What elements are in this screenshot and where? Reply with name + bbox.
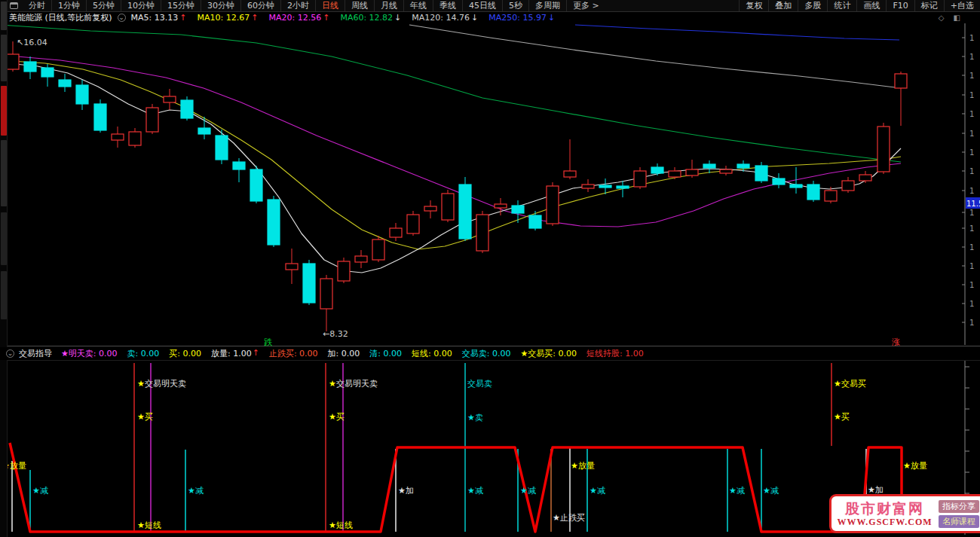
menu-item-45日线[interactable]: 45日线 bbox=[462, 0, 502, 11]
axis-tick-label: 1 bbox=[969, 91, 974, 99]
menu-item-多周期[interactable]: 多周期 bbox=[528, 0, 566, 11]
ma-value-MA250: MA250: 15.97↓ bbox=[488, 13, 555, 23]
ma-value-MA5: MA5: 13.13↑ bbox=[131, 13, 187, 23]
chevron-down-icon[interactable]: ⌄ bbox=[6, 349, 14, 358]
menu-item-30分钟[interactable]: 30分钟 bbox=[201, 0, 240, 11]
axis-tick-label: 1 bbox=[969, 300, 974, 308]
menu-item-1分钟[interactable]: 1分钟 bbox=[51, 0, 86, 11]
panel-layout-icon[interactable]: ◧ bbox=[954, 14, 960, 22]
candle-body bbox=[617, 186, 629, 188]
ma-line-MA250 bbox=[575, 25, 899, 40]
candle-body bbox=[442, 194, 454, 220]
candle-body bbox=[24, 62, 36, 72]
trading-app-window: ↖16.04←8.32跌涨111111111111111111.5★放量★减★交… bbox=[0, 0, 980, 537]
menu-item-日线[interactable]: 日线 bbox=[315, 0, 345, 11]
watermark-url: WWW.GSCFW.COM bbox=[836, 517, 933, 527]
axis-tick-label: 1 bbox=[969, 262, 974, 270]
menu-item-更多 >[interactable]: 更多 > bbox=[566, 0, 605, 11]
axis-tick-label: 1 bbox=[969, 243, 974, 252]
candle-body bbox=[372, 240, 384, 260]
candle-body bbox=[164, 96, 176, 102]
menu-item-5秒[interactable]: 5秒 bbox=[502, 0, 528, 11]
menu-action-叠加[interactable]: 叠加 bbox=[768, 0, 798, 11]
indicator-field: 交易卖: 0.00 bbox=[462, 348, 511, 359]
menu-item-60分钟[interactable]: 60分钟 bbox=[240, 0, 280, 11]
price-axis: 111111111111111111.5 bbox=[962, 23, 980, 345]
signal-label: ★交易买 bbox=[834, 379, 866, 389]
signal-label: 交易卖 bbox=[467, 379, 492, 389]
signal-label: ★减 bbox=[188, 486, 204, 496]
indicator-field: 放量: 1.00↑ bbox=[211, 348, 259, 359]
menu-action-+自选[interactable]: +自选 bbox=[944, 0, 980, 11]
candle-body bbox=[112, 134, 124, 140]
menu-item-年线[interactable]: 年线 bbox=[403, 0, 433, 11]
symbol-title: 美能能源 (日线,等比前复权) bbox=[9, 12, 112, 23]
ma-value-MA10: MA10: 12.67↑ bbox=[198, 13, 259, 23]
signal-label: ★减 bbox=[467, 486, 483, 496]
signal-label: ★卖 bbox=[467, 413, 483, 423]
candle-body bbox=[651, 167, 663, 173]
candle-body bbox=[146, 108, 158, 132]
axis-tick-label: 1 bbox=[969, 187, 974, 195]
signal-label: ★交易明天卖 bbox=[137, 379, 186, 389]
candle-body bbox=[686, 169, 698, 175]
candle-body bbox=[129, 132, 141, 145]
high-price-label: ↖16.04 bbox=[17, 38, 47, 47]
low-price-label: ←8.32 bbox=[323, 329, 348, 339]
ma-value-MA120: MA120: 14.76↓ bbox=[412, 13, 478, 23]
indicator-title[interactable]: 交易指导 bbox=[19, 348, 52, 359]
axis-tick-label: 1 bbox=[969, 34, 974, 42]
signal-label: ★买 bbox=[329, 412, 345, 422]
axis-tick-label: 1 bbox=[969, 130, 974, 138]
menu-action-画线[interactable]: 画线 bbox=[856, 0, 886, 11]
menu-item-2小时[interactable]: 2小时 bbox=[280, 0, 315, 11]
menu-action-多股[interactable]: 多股 bbox=[798, 0, 827, 11]
menu-item-周线[interactable]: 周线 bbox=[345, 0, 374, 11]
watermark: 股市财富网 WWW.GSCFW.COM 指标分享 名师课程 bbox=[829, 494, 980, 533]
menu-item-月线[interactable]: 月线 bbox=[374, 0, 403, 11]
menu-action-复权[interactable]: 复权 bbox=[739, 0, 768, 11]
axis-tick-label: 1 bbox=[969, 110, 974, 118]
ma-lines bbox=[0, 25, 901, 273]
candle-body bbox=[790, 185, 802, 188]
indicator-field: 止跌买: 0.00 bbox=[269, 348, 318, 359]
chevron-down-icon[interactable]: ⌄ bbox=[118, 14, 126, 22]
indicator-header: ⌄ 交易指导 ★明天卖: 0.00卖: 0.00买: 0.00放量: 1.00↑… bbox=[0, 347, 980, 360]
candle-body bbox=[895, 74, 907, 88]
candle-body bbox=[76, 85, 88, 104]
candle-body bbox=[737, 164, 749, 168]
fall-marker-label: 跌 bbox=[264, 337, 273, 347]
diamond-icon[interactable]: ◇ bbox=[939, 14, 945, 22]
indicator-field: ★明天卖: 0.00 bbox=[61, 348, 118, 359]
candle-body bbox=[564, 171, 576, 177]
candle-body bbox=[7, 54, 19, 69]
signal-label: ★交易明天卖 bbox=[329, 379, 378, 389]
signal-label: ★加 bbox=[398, 486, 414, 496]
candle-body bbox=[94, 104, 106, 130]
candle-body bbox=[825, 191, 837, 201]
candle-body bbox=[181, 100, 193, 118]
left-strip-segment bbox=[1, 2, 7, 30]
menu-item-10分钟[interactable]: 10分钟 bbox=[121, 0, 161, 11]
indicator-field: 短线持股: 1.00 bbox=[586, 348, 644, 359]
candle-body bbox=[842, 181, 854, 191]
menu-action-标记[interactable]: 标记 bbox=[914, 0, 944, 11]
candle-body bbox=[703, 164, 715, 168]
tool-menu-items: 复权叠加多股统计画线F10标记+自选 bbox=[739, 0, 980, 11]
candle-body bbox=[582, 185, 594, 188]
candle-body bbox=[859, 175, 871, 181]
indicator-field: ★交易买: 0.00 bbox=[520, 348, 577, 359]
menu-item-季线[interactable]: 季线 bbox=[433, 0, 462, 11]
menu-action-统计[interactable]: 统计 bbox=[827, 0, 856, 11]
signal-label: ★减 bbox=[763, 486, 779, 496]
ma-value-MA60: MA60: 12.82↓ bbox=[340, 13, 401, 23]
menu-item-分时[interactable]: 分时 bbox=[23, 0, 51, 11]
chart-canvas[interactable]: ↖16.04←8.32跌涨111111111111111111.5★放量★减★交… bbox=[0, 0, 980, 537]
candle-body bbox=[198, 128, 210, 134]
candle-body bbox=[755, 166, 767, 181]
signal-label: ★买 bbox=[834, 412, 850, 422]
menu-item-15分钟[interactable]: 15分钟 bbox=[161, 0, 201, 11]
candle-body bbox=[807, 185, 819, 200]
menu-item-5分钟[interactable]: 5分钟 bbox=[86, 0, 121, 11]
menu-action-F10[interactable]: F10 bbox=[886, 0, 914, 11]
